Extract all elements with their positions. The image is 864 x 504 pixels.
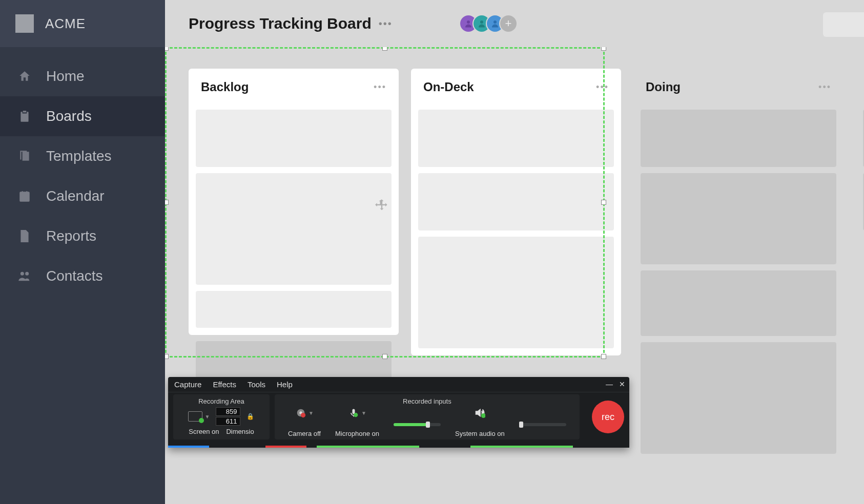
column-menu-button[interactable]: ••• <box>596 82 609 93</box>
area-row: ▼ 859 611 🔒 <box>188 407 254 426</box>
column-title: On-Deck <box>423 80 474 94</box>
nav-item-reports[interactable]: Reports <box>0 216 165 256</box>
main-area: Progress Tracking Board ••• + Backlog <box>165 0 864 504</box>
panel-title: Recording Area <box>198 397 244 405</box>
chevron-down-icon: ▼ <box>204 414 210 419</box>
recorder-body: Recording Area ▼ 859 611 🔒 Screen on Dim… <box>168 392 629 446</box>
topbar-right-stub <box>823 12 864 37</box>
nav: Home Boards Templates Calendar Reports <box>0 47 165 296</box>
systemaudio-slider[interactable] <box>519 423 566 426</box>
nav-item-calendar[interactable]: Calendar <box>0 176 165 216</box>
menu-help[interactable]: Help <box>277 380 293 389</box>
area-sublabels: Screen on Dimensio <box>189 428 254 435</box>
card[interactable] <box>641 270 836 336</box>
recorded-inputs-panel: Recorded inputs ▼ Camera off <box>275 394 580 439</box>
nav-label: Home <box>46 68 85 85</box>
svg-point-1 <box>480 20 483 24</box>
nav-label: Contacts <box>46 268 103 284</box>
systemaudio-block: System audio on <box>448 407 512 437</box>
board-menu-button[interactable]: ••• <box>379 18 393 30</box>
microphone-status-label: Microphone on <box>335 430 379 437</box>
nav-item-home[interactable]: Home <box>0 56 165 96</box>
camera-icon[interactable] <box>295 407 306 418</box>
speaker-icon[interactable] <box>474 407 485 418</box>
close-icon[interactable]: ✕ <box>619 380 625 388</box>
sidebar: ACME Home Boards Templates Calendar <box>0 0 165 504</box>
camera-status-label: Camera off <box>288 430 321 437</box>
systemaudio-status-label: System audio on <box>455 430 505 437</box>
column-surface: On-Deck ••• <box>411 69 621 355</box>
topbar: Progress Tracking Board ••• + <box>165 0 864 47</box>
menu-effects[interactable]: Effects <box>213 380 236 389</box>
dimensions-label: Dimensio <box>226 428 254 435</box>
chevron-down-icon[interactable]: ▼ <box>361 410 366 416</box>
menu-tools[interactable]: Tools <box>248 380 265 389</box>
minimize-icon[interactable]: — <box>606 380 613 388</box>
camera-block: ▼ Camera off <box>281 407 328 437</box>
screen-status-label: Screen on <box>189 428 219 435</box>
svg-point-5 <box>301 413 305 417</box>
height-field[interactable]: 611 <box>216 417 240 426</box>
recording-area-panel: Recording Area ▼ 859 611 🔒 Screen on Dim… <box>173 394 270 439</box>
card[interactable] <box>641 342 836 454</box>
svg-point-7 <box>354 413 358 417</box>
chevron-down-icon[interactable]: ▼ <box>308 410 314 416</box>
svg-point-0 <box>467 20 470 24</box>
brand: ACME <box>0 0 165 47</box>
column-done: Done <box>856 69 864 504</box>
card[interactable] <box>196 173 392 285</box>
record-button[interactable]: rec <box>592 401 624 433</box>
window-controls: — ✕ <box>606 380 625 388</box>
inputs-row: ▼ Camera off ▼ Microphone on <box>281 407 573 437</box>
resize-handle[interactable] <box>165 354 169 359</box>
lock-icon[interactable]: 🔒 <box>246 413 254 420</box>
panel-title: Recorded inputs <box>403 397 451 405</box>
column-menu-button[interactable]: ••• <box>818 82 831 93</box>
add-user-button[interactable]: + <box>499 14 518 33</box>
screen-select[interactable]: ▼ <box>188 411 210 422</box>
board-title: Progress Tracking Board <box>189 15 372 32</box>
systemaudio-slider-block <box>512 419 573 426</box>
card[interactable] <box>196 291 392 328</box>
card[interactable] <box>418 110 614 167</box>
nav-item-contacts[interactable]: Contacts <box>0 256 165 296</box>
column-surface: Doing ••• <box>633 69 844 461</box>
nav-label: Reports <box>46 228 96 244</box>
card[interactable] <box>196 110 392 167</box>
avatar-group: + <box>459 14 518 33</box>
card[interactable] <box>418 173 614 230</box>
nav-label: Calendar <box>46 188 105 204</box>
camtasia-recorder[interactable]: Capture Effects Tools Help — ✕ Recording… <box>168 377 629 448</box>
card[interactable] <box>418 237 614 348</box>
column-surface: Backlog ••• <box>189 69 399 335</box>
microphone-block: ▼ Microphone on <box>328 407 386 437</box>
card[interactable] <box>641 173 836 264</box>
column-header: Backlog ••• <box>196 69 392 103</box>
nav-item-templates[interactable]: Templates <box>0 136 165 176</box>
column-surface: Done <box>856 69 864 238</box>
column-header: Doing ••• <box>641 69 836 103</box>
nav-item-boards[interactable]: Boards <box>0 96 165 136</box>
screen-icon <box>188 411 202 422</box>
svg-point-2 <box>493 20 497 24</box>
nav-label: Boards <box>46 108 92 124</box>
calendar-icon <box>17 189 32 203</box>
resize-handle[interactable] <box>165 200 169 205</box>
width-field[interactable]: 859 <box>216 407 240 416</box>
home-icon <box>17 69 32 83</box>
microphone-slider[interactable] <box>394 423 441 426</box>
recorder-bottom-bar <box>168 446 629 448</box>
column-menu-button[interactable]: ••• <box>374 82 386 93</box>
column-title: Doing <box>646 80 681 94</box>
clipboard-icon <box>17 109 32 123</box>
column-header: On-Deck ••• <box>418 69 614 103</box>
microphone-icon[interactable] <box>348 407 359 418</box>
users-icon <box>17 269 32 283</box>
column-doing: Doing ••• <box>633 69 844 504</box>
microphone-slider-block <box>386 419 448 426</box>
menu-capture[interactable]: Capture <box>174 380 201 389</box>
file-icon <box>17 229 32 243</box>
resize-handle[interactable] <box>165 47 169 51</box>
column-title: Backlog <box>201 80 249 94</box>
card[interactable] <box>641 110 836 167</box>
